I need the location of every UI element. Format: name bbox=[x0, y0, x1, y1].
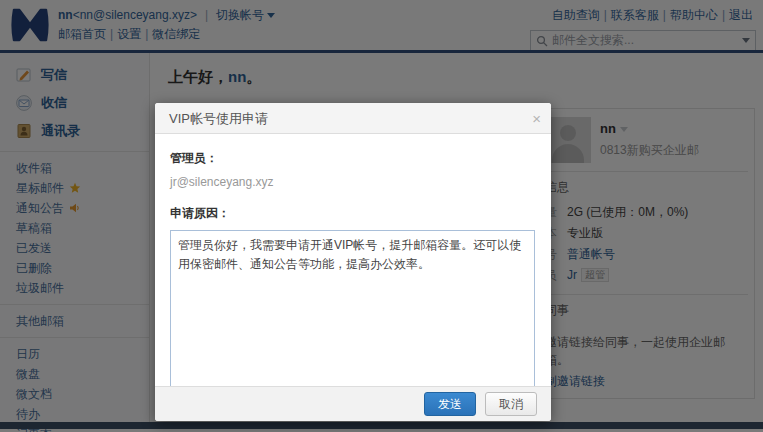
dialog-title: VIP帐号使用申请 bbox=[169, 111, 268, 126]
dialog-body: 管理员： jr@silenceyang.xyz 申请原因： 管理员你好，我需要申… bbox=[155, 134, 551, 388]
dialog-footer: 发送 取消 bbox=[155, 386, 551, 421]
dialog-header: VIP帐号使用申请 × bbox=[155, 103, 551, 134]
send-button[interactable]: 发送 bbox=[424, 392, 476, 416]
reason-label: 申请原因： bbox=[170, 205, 536, 222]
vip-request-dialog: VIP帐号使用申请 × 管理员： jr@silenceyang.xyz 申请原因… bbox=[155, 103, 551, 421]
close-icon[interactable]: × bbox=[532, 103, 541, 134]
admin-label: 管理员： bbox=[170, 150, 536, 167]
admin-email: jr@silenceyang.xyz bbox=[170, 175, 536, 189]
reason-textarea[interactable]: 管理员你好，我需要申请开通VIP帐号，提升邮箱容量。还可以使用保密邮件、通知公告… bbox=[170, 230, 535, 388]
cancel-button[interactable]: 取消 bbox=[485, 392, 537, 416]
